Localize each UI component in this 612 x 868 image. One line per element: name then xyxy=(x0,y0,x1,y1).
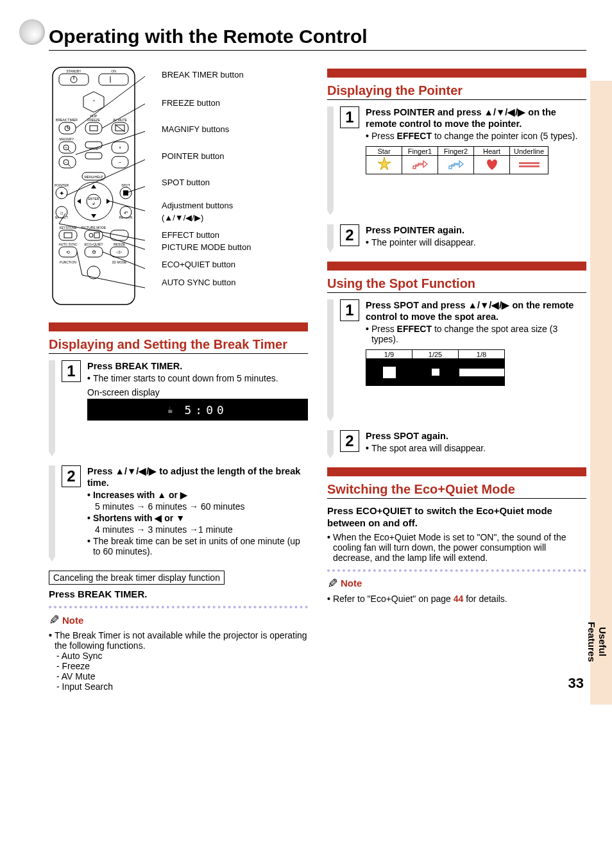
remote-control-illustration: STANDBY ON ⌃ FLIP BREAK TIMER xyxy=(49,63,158,307)
note-body: The Break Timer is not available while t… xyxy=(49,630,308,692)
step-number: 2 xyxy=(62,465,81,487)
remote-label: SPOT button xyxy=(162,178,308,188)
remote-label: Adjustment buttons xyxy=(162,201,308,211)
eco-press-line: Press ECO+QUIET to switch the Eco+Quiet … xyxy=(327,505,586,530)
step-title: Press SPOT again. xyxy=(366,430,586,442)
cancel-press-line: Press BREAK TIMER. xyxy=(49,588,308,599)
pointer-step-1: 1 Press POINTER and press ▲/▼/◀/▶ on the… xyxy=(327,106,586,215)
pencil-icon: ✎ xyxy=(327,576,338,591)
section-rule xyxy=(49,353,308,354)
remote-label: AUTO SYNC button xyxy=(162,278,308,288)
svg-text:−: − xyxy=(65,160,67,164)
svg-text:ENTER: ENTER xyxy=(89,197,99,201)
remote-label: MAGNIFY buttons xyxy=(162,124,308,135)
svg-text:BREAK TIMER: BREAK TIMER xyxy=(56,118,78,122)
step-bullet: The spot area will disappear. xyxy=(366,443,586,453)
step-number: 2 xyxy=(340,224,359,246)
step-number: 1 xyxy=(340,106,359,128)
remote-diagram: STANDBY ON ⌃ FLIP BREAK TIMER xyxy=(49,63,308,310)
step-title: Press ▲/▼/◀/▶ to adjust the length of th… xyxy=(87,465,308,488)
svg-rect-34 xyxy=(85,153,102,159)
svg-text:AUTO SYNC: AUTO SYNC xyxy=(58,242,77,246)
svg-marker-93 xyxy=(49,360,55,456)
step-sub-detail: 4 minutes → 3 minutes →1 minute xyxy=(95,524,308,535)
pointer-finger2-icon xyxy=(438,156,474,174)
section-bar xyxy=(327,262,586,271)
spot-step-1: 1 Press SPOT and press ▲/▼/◀/▶ on the re… xyxy=(327,299,586,421)
corner-ornament xyxy=(19,19,45,45)
remote-label: PICTURE MODE button xyxy=(162,242,308,253)
svg-rect-97 xyxy=(519,162,540,164)
svg-text:KEYSTONE: KEYSTONE xyxy=(59,226,77,230)
dotted-divider xyxy=(327,569,586,572)
step-title: Press POINTER and press ▲/▼/◀/▶ on the r… xyxy=(366,106,586,129)
note-heading: ✎ Note xyxy=(327,576,586,591)
step-title: Press BREAK TIMER. xyxy=(87,360,308,372)
svg-marker-99 xyxy=(327,224,334,253)
eco-bullet: When the Eco+Quiet Mode is set to "ON", … xyxy=(327,532,586,563)
spot-sizes-table: 1/9 1/25 1/8 xyxy=(366,349,505,386)
step-number: 2 xyxy=(340,430,359,452)
step-bullet: The pointer will disappear. xyxy=(366,237,586,247)
break-timer-heading: Displaying and Setting the Break Timer xyxy=(49,337,308,352)
svg-text:MAGNIFY: MAGNIFY xyxy=(60,137,74,141)
svg-rect-17 xyxy=(85,122,102,134)
pencil-icon: ✎ xyxy=(49,612,60,628)
svg-text:RESIZE: RESIZE xyxy=(114,242,126,246)
pointer-underline-icon xyxy=(510,156,548,174)
svg-marker-95 xyxy=(327,106,334,215)
svg-text:↶: ↶ xyxy=(124,210,128,216)
step-title: Press SPOT and press ▲/▼/◀/▶ on the remo… xyxy=(366,299,586,322)
svg-text:STANDBY: STANDBY xyxy=(66,69,81,73)
svg-text:☼: ☼ xyxy=(59,210,64,216)
section-rule xyxy=(327,99,586,100)
svg-rect-62 xyxy=(59,230,77,240)
svg-text:SPOT: SPOT xyxy=(121,183,130,187)
pointer-heart-icon xyxy=(474,156,510,174)
svg-text:FREEZE: FREEZE xyxy=(87,118,100,122)
svg-text:POINTER: POINTER xyxy=(55,183,69,187)
pointer-step-2: 2 Press POINTER again. The pointer will … xyxy=(327,224,586,253)
svg-rect-28 xyxy=(59,156,76,168)
note-heading: ✎ Note xyxy=(49,612,308,628)
spot-step-2: 2 Press SPOT again. The spot area will d… xyxy=(327,430,586,458)
svg-text:⚙: ⚙ xyxy=(92,249,96,255)
osd-display: ☕5:00 xyxy=(87,399,308,421)
remote-label: (▲/▼/◀/▶) xyxy=(162,213,308,223)
section-bar xyxy=(327,69,586,78)
svg-rect-5 xyxy=(99,74,128,85)
svg-text:✦: ✦ xyxy=(59,190,64,197)
step-bullet: The timer starts to count down from 5 mi… xyxy=(87,373,308,383)
section-rule xyxy=(327,498,586,499)
step-title: Press POINTER again. xyxy=(366,224,586,236)
svg-text:MENU/HELP: MENU/HELP xyxy=(84,175,103,179)
pointer-heading: Displaying the Pointer xyxy=(327,83,586,98)
step-sub-detail: 5 minutes → 6 minutes → 60 minutes xyxy=(95,501,308,512)
svg-text:FUNCTION: FUNCTION xyxy=(60,260,76,264)
eco-heading: Switching the Eco+Quiet Mode xyxy=(327,481,586,497)
spot-heading: Using the Spot Function xyxy=(327,276,586,291)
svg-text:ECO+QUIET: ECO+QUIET xyxy=(84,242,103,246)
svg-rect-33 xyxy=(85,142,102,148)
step-bullet: The break time can be set in units of on… xyxy=(87,536,308,556)
break-timer-step-1: 1 Press BREAK TIMER. The timer starts to… xyxy=(49,360,308,456)
svg-text:+: + xyxy=(65,146,67,149)
section-bar xyxy=(327,467,586,476)
page-number: 33 xyxy=(568,675,584,692)
svg-text:⌃: ⌃ xyxy=(92,99,96,105)
title-rule xyxy=(49,50,586,51)
svg-marker-100 xyxy=(327,299,334,421)
pointer-finger1-icon xyxy=(402,156,438,174)
osd-caption: On-screen display xyxy=(87,387,308,397)
svg-text:ON: ON xyxy=(111,69,116,73)
svg-text:⟲: ⟲ xyxy=(66,250,70,255)
cancel-box: Canceling the break timer display functi… xyxy=(49,571,225,585)
step-bullet: Press EFFECT to change the spot area siz… xyxy=(366,324,586,344)
svg-text:AV MUTE: AV MUTE xyxy=(113,118,128,122)
svg-rect-98 xyxy=(519,165,540,167)
step-number: 1 xyxy=(340,299,359,321)
section-rule xyxy=(327,292,586,293)
pointer-star-icon xyxy=(366,156,402,174)
svg-point-80 xyxy=(87,266,100,279)
remote-label: EFFECT button xyxy=(162,230,308,240)
